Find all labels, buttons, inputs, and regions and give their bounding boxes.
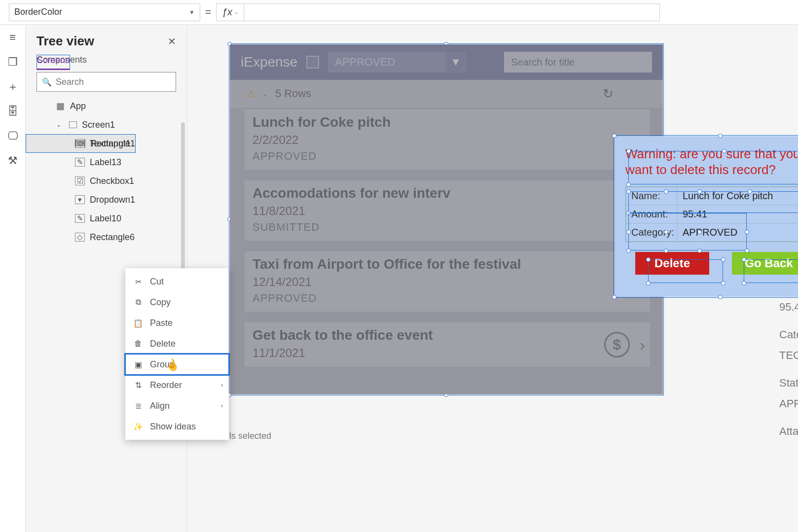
selection-handle[interactable] xyxy=(722,149,726,153)
menu-label: Paste xyxy=(150,318,173,328)
selection-handle[interactable] xyxy=(626,189,631,194)
node-label: App xyxy=(70,101,86,111)
formula-input[interactable] xyxy=(244,3,660,21)
node-textinput1[interactable]: ⌨TextInput1 xyxy=(26,134,187,153)
label-icon: ✎ xyxy=(75,214,85,223)
close-icon[interactable]: ✕ xyxy=(168,35,176,47)
selection-handle[interactable] xyxy=(745,230,749,234)
app-preview: iExpense APPROVED ▼ Search for title ⚠ ⌄… xyxy=(230,44,663,394)
copy-icon: ⧉ xyxy=(133,298,143,307)
hamburger-icon[interactable]: ≡ xyxy=(6,31,20,44)
chevron-down-icon: ▼ xyxy=(189,9,195,16)
selection-handle[interactable] xyxy=(697,248,702,253)
node-app[interactable]: ▦ App xyxy=(26,97,187,115)
selection-handle[interactable] xyxy=(697,189,702,194)
left-rail: ≡ ❒ ＋ 🗄 🖵 ⚒ xyxy=(0,26,26,532)
menu-label: Reorder xyxy=(150,380,182,390)
selection-handle[interactable] xyxy=(626,230,631,234)
selection-box xyxy=(628,191,798,213)
details-panel: 95.41 Category TECHNOLOGY Status APPROVE… xyxy=(779,297,798,442)
selection-handle[interactable] xyxy=(697,230,702,234)
node-label: Rectangle6 xyxy=(90,232,135,243)
selection-handle[interactable] xyxy=(646,257,651,262)
fx-icon: ƒx xyxy=(222,6,232,18)
node-label: Label10 xyxy=(90,213,121,224)
selection-handle[interactable] xyxy=(612,134,617,138)
node-label10[interactable]: ✎Label10 xyxy=(26,209,187,228)
selection-handle[interactable] xyxy=(745,248,749,253)
menu-label: Align xyxy=(150,401,170,411)
menu-reorder[interactable]: ⇅Reorder› xyxy=(125,375,229,395)
detail-key: Attachments xyxy=(779,421,798,442)
search-icon: 🔍 xyxy=(42,77,52,87)
selection-handle[interactable] xyxy=(721,257,725,262)
media-icon[interactable]: 🖵 xyxy=(6,129,20,143)
node-rectangle6[interactable]: ◇Rectangle6 xyxy=(26,228,187,247)
selection-handle[interactable] xyxy=(718,134,723,138)
menu-show-ideas[interactable]: ✨Show ideas xyxy=(125,416,229,437)
context-menu: ✂Cut ⧉Copy 📋Paste 🗑Delete ▣Group ⇅Reorde… xyxy=(125,268,229,440)
menu-align[interactable]: ≣Align› xyxy=(125,395,229,416)
selection-handle[interactable] xyxy=(718,295,723,299)
menu-label: Copy xyxy=(150,297,171,308)
paste-icon: 📋 xyxy=(133,319,143,328)
selection-box xyxy=(744,259,798,283)
tree-search-input[interactable] xyxy=(56,77,171,87)
selection-handle[interactable] xyxy=(626,182,631,187)
selection-handle[interactable] xyxy=(626,149,631,153)
selection-handle[interactable] xyxy=(742,257,746,262)
data-icon[interactable]: 🗄 xyxy=(6,105,20,118)
selection-handle[interactable] xyxy=(742,281,746,285)
chevron-down-icon: ⌄ xyxy=(234,9,238,15)
node-label: Screen1 xyxy=(82,120,115,130)
selection-handle[interactable] xyxy=(664,189,668,194)
selection-handle[interactable] xyxy=(664,248,668,253)
menu-paste[interactable]: 📋Paste xyxy=(125,313,229,333)
tree-scrollbar[interactable] xyxy=(181,122,185,280)
tree-search[interactable]: 🔍 xyxy=(36,72,176,92)
tools-icon[interactable]: ⚒ xyxy=(6,154,20,168)
selection-handle[interactable] xyxy=(748,189,752,194)
canvas-area: iExpense APPROVED ▼ Search for title ⚠ ⌄… xyxy=(187,25,798,532)
selection-box xyxy=(628,151,798,184)
ideas-icon: ✨ xyxy=(133,422,143,431)
node-screen1[interactable]: ⌄ Screen1 xyxy=(26,115,187,134)
node-label: TextInput1 xyxy=(90,139,131,149)
detail-value: TECHNOLOGY xyxy=(779,345,798,366)
dim-overlay xyxy=(230,44,663,394)
group-icon: ▣ xyxy=(133,360,143,369)
selection-handle[interactable] xyxy=(646,281,651,285)
menu-label: Show ideas xyxy=(150,422,196,432)
selection-handle[interactable] xyxy=(664,230,668,234)
chevron-right-icon: › xyxy=(221,382,223,389)
menu-copy[interactable]: ⧉Copy xyxy=(125,292,229,313)
menu-cut[interactable]: ✂Cut xyxy=(125,271,229,292)
menu-label: Cut xyxy=(150,277,164,287)
property-dropdown[interactable]: BorderColor ▼ xyxy=(9,3,200,21)
tree-view-icon[interactable]: ❒ xyxy=(6,55,20,69)
fx-button[interactable]: ƒx⌄ xyxy=(216,3,244,21)
node-dropdown1[interactable]: ▾Dropdown1 xyxy=(26,190,187,209)
label-icon: ✎ xyxy=(75,158,85,167)
menu-delete[interactable]: 🗑Delete xyxy=(125,333,229,354)
tab-screens[interactable]: Screens xyxy=(36,55,70,70)
trash-icon: 🗑 xyxy=(133,339,143,348)
node-label13[interactable]: ✎Label13 xyxy=(26,153,187,172)
node-label: Label13 xyxy=(90,157,121,168)
selection-handle[interactable] xyxy=(721,281,725,285)
add-icon[interactable]: ＋ xyxy=(6,80,20,94)
dropdown-icon: ▾ xyxy=(75,195,85,204)
menu-label: Delete xyxy=(150,339,176,349)
selection-box xyxy=(648,259,723,283)
tree-view-title: Tree view xyxy=(36,34,94,49)
selection-handle[interactable] xyxy=(626,248,631,253)
dialog-selection: Warning: are you sure that you want to d… xyxy=(615,136,798,297)
app-icon: ▦ xyxy=(55,102,65,110)
detail-key: Status xyxy=(779,373,798,393)
rect-icon: ◇ xyxy=(75,233,85,242)
chevron-down-icon[interactable]: ⌄ xyxy=(56,121,61,128)
node-checkbox1[interactable]: ☑Checkbox1 xyxy=(26,172,187,190)
node-label: Dropdown1 xyxy=(90,195,135,205)
selection-handle[interactable] xyxy=(612,295,617,299)
detail-value: 95.41 xyxy=(779,297,798,318)
